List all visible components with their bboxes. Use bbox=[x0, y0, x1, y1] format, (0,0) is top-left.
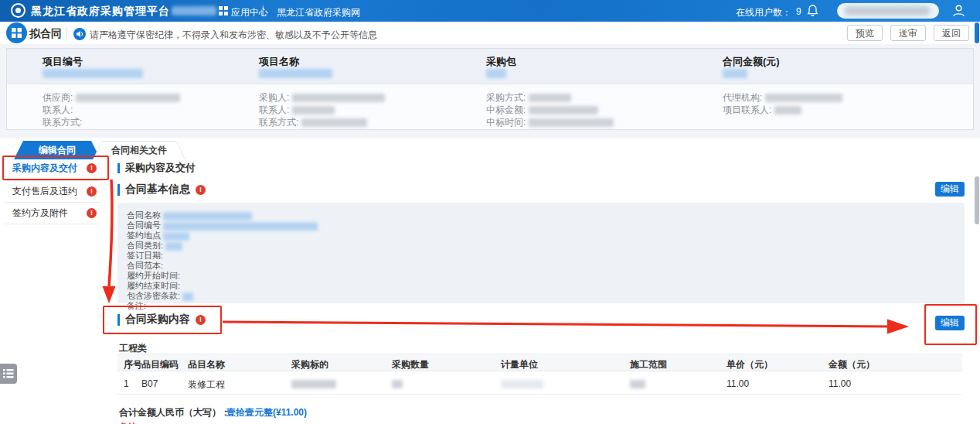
online-users-label: 在线用户数： bbox=[736, 6, 791, 19]
alert-badge-icon bbox=[196, 315, 206, 325]
purchase-package-label: 采购包 bbox=[486, 55, 516, 69]
remarks-label: 备注: bbox=[127, 301, 146, 310]
alert-badge-icon bbox=[196, 185, 206, 195]
app-window: 黑龙江省政府采购管理平台 应用中心 黑龙江省政府采购网 在线用户数： 9 拟合同 bbox=[0, 0, 980, 424]
th-construction-scope: 施工范围 bbox=[630, 358, 667, 371]
back-button[interactable]: 返回 bbox=[934, 25, 969, 41]
th-item-code: 品目编码 bbox=[141, 358, 179, 371]
notification-bell-icon[interactable] bbox=[807, 5, 818, 17]
sidebar-divider bbox=[5, 224, 100, 224]
agency-label: 代理机构: bbox=[723, 91, 842, 104]
contract-amount-label: 合同金额(元) bbox=[723, 55, 780, 69]
th-unit: 计量单位 bbox=[501, 358, 538, 371]
tab-contract-files[interactable]: 合同相关文件 bbox=[93, 141, 185, 159]
award-time-label: 中标时间: bbox=[486, 116, 614, 129]
edit-basic-info-button[interactable]: 编辑 bbox=[935, 182, 965, 197]
award-amount-label: 中标金额: bbox=[486, 104, 598, 117]
alert-badge-icon bbox=[87, 208, 97, 218]
collapse-menu-handle[interactable] bbox=[0, 364, 17, 384]
award-amount-value-redacted bbox=[529, 106, 598, 115]
edit-purchase-content-button[interactable]: 编辑 bbox=[935, 316, 965, 330]
page-title: 拟合同 bbox=[29, 27, 62, 41]
toolbar-divider bbox=[66, 27, 67, 39]
purchaser-contact-value-redacted bbox=[292, 106, 335, 115]
project-name-label: 项目名称 bbox=[259, 55, 299, 69]
security-notice-text: 请严格遵守保密纪律，不得录入和发布涉密、敏感以及不予公开等信息 bbox=[90, 29, 377, 42]
national-emblem-logo-icon bbox=[11, 3, 26, 18]
purchase-items-table: 序号 品目编码 品目名称 采购标的 采购数量 计量单位 施工范围 单价（元） 金… bbox=[117, 354, 962, 395]
redacted-nav-item[interactable] bbox=[172, 6, 216, 15]
cell-seq: 1 bbox=[124, 378, 129, 389]
procurement-method-value-redacted bbox=[529, 94, 571, 102]
online-users-count: 9 bbox=[796, 6, 801, 17]
th-procurement-subject: 采购标的 bbox=[291, 358, 328, 371]
content-scrollbar-thumb[interactable] bbox=[975, 176, 979, 224]
contract-category-value-redacted bbox=[165, 242, 182, 251]
project-fields-row: 项目编号 项目名称 采购包 合同金额(元) bbox=[7, 49, 973, 84]
contract-name-label: 合同名称 bbox=[127, 210, 252, 221]
contract-basic-info-box: 合同名称 合同编号 签约地点 合同类别: 签订日期: 合同范本: 履约开始时间:… bbox=[117, 203, 965, 303]
table-row: 1 B07 装修工程 11.00 11.00 bbox=[117, 371, 962, 395]
cell-amount: 11.00 bbox=[829, 378, 851, 389]
grid-icon bbox=[12, 28, 22, 38]
project-info-panel: 项目编号 项目名称 采购包 合同金额(元) 供应商: 联系人: 联系方式: 采购… bbox=[6, 48, 974, 130]
classified-clauses-value-redacted bbox=[182, 292, 193, 301]
procurement-method-label: 采购方式: bbox=[486, 91, 571, 104]
cell-item-code: B07 bbox=[141, 378, 158, 389]
purchaser-contact-method-label: 联系方式: bbox=[259, 116, 367, 129]
section-header-contract-purchase-content: 合同采购内容 bbox=[117, 313, 206, 327]
table-header-row: 序号 品目编码 品目名称 采购标的 采购数量 计量单位 施工范围 单价（元） 金… bbox=[117, 354, 962, 371]
th-item-name: 品目名称 bbox=[188, 358, 225, 371]
performance-start-label: 履约开始时间: bbox=[127, 271, 180, 280]
th-quantity: 采购数量 bbox=[392, 358, 429, 371]
cell-scope-redacted bbox=[630, 378, 645, 389]
total-amount-label: 合计金额人民币（大写）： bbox=[119, 406, 230, 419]
contact-method-label: 联系方式: bbox=[43, 116, 82, 129]
section-header-purchase-delivery: 采购内容及交付 bbox=[117, 161, 196, 175]
cell-item-name: 装修工程 bbox=[188, 378, 225, 392]
signing-place-value-redacted bbox=[163, 232, 189, 241]
platform-title: 黑龙江省政府采购管理平台 bbox=[31, 5, 170, 19]
menu-grid-button[interactable] bbox=[6, 22, 27, 43]
sidebar-item-purchase-content-delivery[interactable]: 采购内容及交付 bbox=[0, 158, 106, 178]
cell-unit-redacted bbox=[501, 378, 543, 389]
submit-review-button[interactable]: 送审 bbox=[890, 25, 926, 41]
app-center-grid-icon bbox=[219, 6, 228, 15]
list-icon bbox=[3, 368, 14, 379]
user-name-pill[interactable] bbox=[837, 3, 939, 19]
project-code-label: 项目编号 bbox=[43, 55, 83, 69]
preview-button[interactable]: 预览 bbox=[847, 25, 883, 41]
user-profile-icon[interactable] bbox=[952, 4, 965, 18]
purchaser-label: 采购人: bbox=[259, 91, 385, 104]
project-contact-value-redacted bbox=[774, 106, 801, 115]
project-name-value-redacted bbox=[259, 69, 332, 78]
clipped-bottom-text: 备注 bbox=[119, 421, 138, 424]
section-header-basic-info: 合同基本信息 bbox=[117, 183, 206, 197]
portal-link[interactable]: 黑龙江省政府采购网 bbox=[277, 6, 360, 19]
contract-amount-value-redacted bbox=[723, 69, 747, 78]
performance-end-label: 履约结束时间: bbox=[127, 281, 180, 290]
signing-date-label: 签订日期: bbox=[127, 251, 163, 260]
award-time-value-redacted bbox=[529, 118, 614, 127]
sidebar-item-payment-aftersales-breach[interactable]: 支付售后及违约 bbox=[0, 181, 106, 201]
classified-clauses-label: 包含涉密条款: bbox=[127, 291, 193, 301]
contract-category-label: 合同类别: bbox=[127, 241, 182, 251]
purchase-package-value-redacted bbox=[486, 69, 506, 78]
purchaser-contact-label: 联系人: bbox=[259, 104, 335, 117]
purchaser-value-redacted bbox=[292, 94, 385, 102]
total-amount-value: 壹拾壹元整(¥11.00) bbox=[226, 406, 307, 419]
sidebar-item-signatories-attachments[interactable]: 签约方及附件 bbox=[0, 203, 106, 223]
tab-edit-contract[interactable]: 编辑合同 bbox=[14, 141, 100, 159]
th-amount: 金额（元） bbox=[829, 358, 875, 371]
alert-badge-icon bbox=[87, 163, 97, 173]
contract-number-value-redacted bbox=[163, 222, 318, 231]
contact-label: 联系人: bbox=[43, 104, 73, 117]
supplier-label: 供应商: bbox=[43, 91, 180, 104]
page-scrollbar-thumb[interactable] bbox=[975, 22, 979, 43]
signing-place-label: 签约地点 bbox=[127, 231, 189, 241]
cell-procurement-subject-redacted bbox=[291, 378, 336, 389]
contract-name-value-redacted bbox=[163, 212, 252, 221]
top-bar: 黑龙江省政府采购管理平台 应用中心 黑龙江省政府采购网 在线用户数： 9 bbox=[0, 0, 980, 22]
alert-badge-icon bbox=[87, 186, 97, 197]
purchaser-contact-method-value-redacted bbox=[301, 118, 367, 127]
